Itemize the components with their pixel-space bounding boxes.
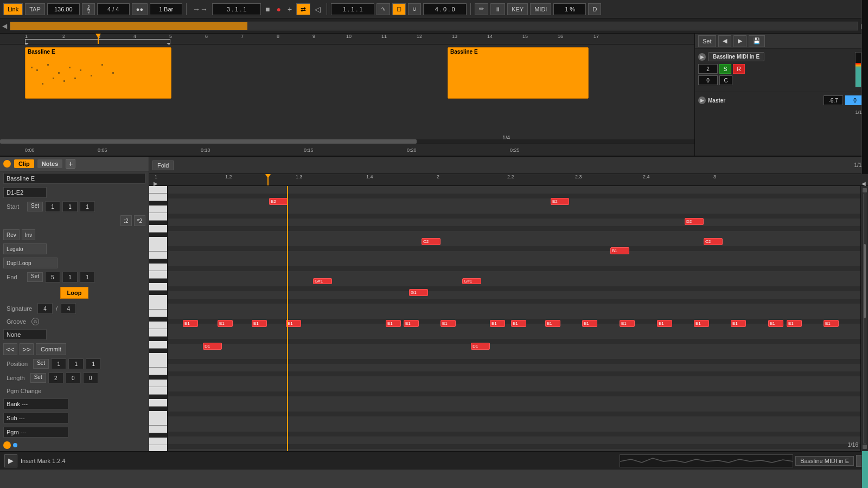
len-val1[interactable]: 2 <box>48 373 63 383</box>
pr-vscroll[interactable] <box>863 194 866 444</box>
note-gsharp1-1[interactable]: G#1 <box>313 278 332 284</box>
note-e1-7[interactable]: E1 <box>441 320 456 327</box>
track-r-btn[interactable]: R <box>733 64 745 74</box>
set-button[interactable]: Set <box>698 35 716 47</box>
pos-val1[interactable]: 1 <box>51 358 66 369</box>
note-e1-8[interactable]: E1 <box>490 320 505 327</box>
pr-scroll-up[interactable] <box>863 188 867 192</box>
note-e1-1[interactable]: E1 <box>183 320 198 327</box>
midi-button[interactable]: MIDI <box>530 3 551 15</box>
legato-btn[interactable]: Legato <box>3 243 47 254</box>
status-play-btn[interactable]: ▶ <box>4 454 17 467</box>
start-val1[interactable]: 1 <box>45 201 60 212</box>
note-e1-13[interactable]: E1 <box>657 320 672 327</box>
track-pan-num[interactable]: 0 <box>698 75 718 85</box>
pgm-field[interactable]: Pgm --- <box>3 427 68 438</box>
note-e1-14[interactable]: E1 <box>694 320 709 327</box>
rev-btn[interactable]: Rev <box>3 229 20 240</box>
add-notes-btn[interactable]: + <box>66 159 75 169</box>
curve-btn[interactable]: ∪ <box>408 3 421 15</box>
plus-btn[interactable]: + <box>285 5 294 14</box>
note-grid[interactable]: E2 E2 D2 C2 C2 B1 G#1 G#1 G1 E1 E1 E1 E1… <box>168 186 860 451</box>
arr-clip-2[interactable]: Bassline E <box>448 47 589 99</box>
end-val3[interactable]: 1 <box>80 272 95 282</box>
note-e2-2[interactable]: E2 <box>551 198 569 205</box>
note-g1[interactable]: G1 <box>409 289 428 296</box>
bpm-display[interactable]: 136.00 <box>47 3 80 15</box>
d-button[interactable]: D <box>588 3 601 15</box>
len-val3[interactable]: 0 <box>83 373 98 383</box>
track-s-btn[interactable]: S <box>719 64 731 74</box>
set2-btn[interactable]: Set <box>27 272 43 282</box>
note-c2-1[interactable]: C2 <box>422 238 441 245</box>
note-e1-4[interactable]: E1 <box>286 320 301 327</box>
sig-num[interactable]: 4 <box>37 303 53 314</box>
sig-den[interactable]: 4 <box>61 303 76 314</box>
link-button[interactable]: Link <box>3 3 23 15</box>
track-pan-letter[interactable]: C <box>719 75 732 85</box>
record-btn[interactable]: ● <box>275 5 283 14</box>
wave-icon[interactable]: ∿ <box>376 3 390 15</box>
note-d1-1[interactable]: D1 <box>203 343 222 350</box>
end-val1[interactable]: 5 <box>45 272 60 282</box>
save-btn[interactable]: 💾 <box>749 35 765 47</box>
groove-val[interactable]: None <box>3 329 47 340</box>
set3-btn[interactable]: Set <box>33 359 49 369</box>
scroll-thumb[interactable] <box>10 22 858 30</box>
arr-tracks-content[interactable]: Bassline E <box>0 44 694 144</box>
arr-hscroll-thumb[interactable] <box>0 139 417 144</box>
pencil-icon[interactable]: ✏ <box>475 3 488 15</box>
pr-scroll-down[interactable] <box>863 445 867 449</box>
transport-arrow-btn[interactable]: →→ <box>190 5 210 14</box>
nav-right-btn[interactable]: >> <box>20 343 34 355</box>
time-sig-display[interactable]: 4 / 4 <box>97 3 130 15</box>
note-c2-2[interactable]: C2 <box>704 238 723 245</box>
loop-btn[interactable]: Loop <box>60 287 89 299</box>
note-gsharp1-2[interactable]: G#1 <box>462 278 481 284</box>
pos-display[interactable]: 3 . 1 . 1 <box>212 3 261 15</box>
coarse-up-btn[interactable]: *2 <box>134 215 145 226</box>
pos-val3[interactable]: 1 <box>86 358 101 369</box>
tap-button[interactable]: TAP <box>25 3 45 15</box>
master-power-icon[interactable]: ▶ <box>698 97 706 104</box>
coarse-down-btn[interactable]: :2 <box>120 215 131 226</box>
note-b1[interactable]: B1 <box>610 247 629 254</box>
pause-icon[interactable]: ⏸ <box>490 3 505 15</box>
inv-btn[interactable]: Inv <box>22 229 35 240</box>
note-e2-1[interactable]: E2 <box>269 198 288 205</box>
note-e1-11[interactable]: E1 <box>582 320 597 327</box>
note-e1-15[interactable]: E1 <box>731 320 746 327</box>
note-e1-9[interactable]: E1 <box>511 320 526 327</box>
nav-left-btn[interactable]: << <box>3 343 17 355</box>
track-vol-num[interactable]: 2 <box>698 64 718 74</box>
range-field[interactable]: D1-E2 <box>3 187 47 198</box>
arr-hscroll[interactable] <box>0 139 694 144</box>
note-e1-16[interactable]: E1 <box>768 320 783 327</box>
key-button[interactable]: KEY <box>507 3 528 15</box>
next-btn[interactable]: ▶ <box>733 35 746 47</box>
pr-vscroll-thumb[interactable] <box>864 244 866 319</box>
sub-field[interactable]: Sub --- <box>3 413 68 423</box>
track-power-icon[interactable]: ▶ <box>698 53 706 61</box>
start-val3[interactable]: 1 <box>80 201 95 212</box>
top-pos-display[interactable]: 1 . 1 . 1 <box>331 3 374 15</box>
note-e1-6[interactable]: E1 <box>404 320 419 327</box>
commit-btn[interactable]: Commit <box>36 343 66 355</box>
end-val2[interactable]: 1 <box>62 272 78 282</box>
note-e1-12[interactable]: E1 <box>620 320 635 327</box>
set1-btn[interactable]: Set <box>27 202 43 211</box>
bank-field[interactable]: Bank --- <box>3 399 68 409</box>
note-e1-10[interactable]: E1 <box>545 320 560 327</box>
prev-btn[interactable]: ◀ <box>718 35 731 47</box>
master-vol[interactable]: -6.7 <box>824 95 843 105</box>
set4-btn[interactable]: Set <box>30 373 46 383</box>
note-d1-2[interactable]: D1 <box>471 343 490 350</box>
note-e1-3[interactable]: E1 <box>252 320 267 327</box>
right-pos-display[interactable]: 4 . 0 . 0 <box>423 3 467 15</box>
note-e1-5[interactable]: E1 <box>386 320 401 327</box>
clip-label[interactable]: Clip <box>14 159 34 168</box>
dupl-loop-btn[interactable]: Dupl.Loop <box>3 258 58 268</box>
notes-label[interactable]: Notes <box>37 159 63 168</box>
stop-btn[interactable]: ■ <box>263 5 272 14</box>
loop-size-display[interactable]: 1 Bar <box>150 3 182 15</box>
